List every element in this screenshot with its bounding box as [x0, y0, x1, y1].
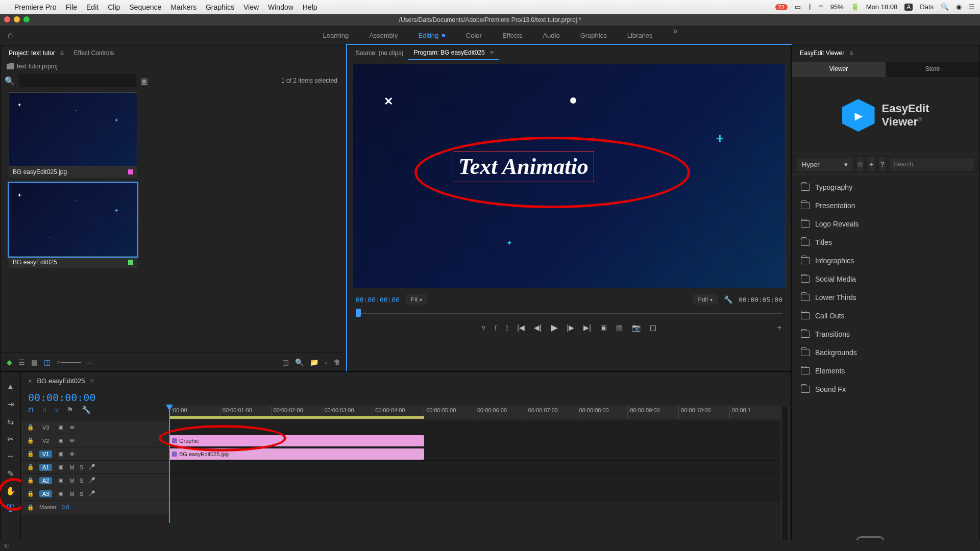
input-source-icon[interactable]: A [904, 4, 913, 11]
zoom-fit-dropdown[interactable]: Fit [406, 294, 427, 305]
marker-button[interactable]: ▿ [482, 323, 485, 332]
wrench-icon[interactable]: 🔧 [82, 406, 90, 414]
step-fwd-button[interactable]: |▶ [567, 323, 575, 332]
step-back-button[interactable]: ◀| [534, 323, 542, 332]
add-button[interactable]: + [868, 157, 874, 171]
button-editor[interactable]: + [777, 323, 781, 332]
track-header-v3[interactable]: 🔒V3▣👁 [21, 421, 169, 434]
extract-button[interactable]: ▤ [616, 323, 623, 332]
home-button[interactable]: ⌂ [0, 25, 20, 45]
menu-clip[interactable]: Clip [108, 3, 120, 11]
track-a3-lane[interactable] [169, 487, 780, 500]
category-transitions[interactable]: Transitions [792, 325, 979, 343]
category-titles[interactable]: Titles [792, 233, 979, 252]
maximize-window-button[interactable] [23, 16, 30, 22]
razor-tool[interactable]: ✂ [5, 433, 16, 444]
snap-icon[interactable]: ⊓ [28, 406, 34, 414]
category-social-media[interactable]: Social Media [792, 270, 979, 288]
type-tool[interactable]: T [5, 503, 16, 514]
workspace-graphics[interactable]: Graphics [570, 27, 617, 44]
workspace-editing[interactable]: Editing [408, 27, 455, 44]
pen-tool[interactable]: ✎ [5, 468, 16, 479]
program-tab[interactable]: Program: BG easyEdit025 [408, 46, 498, 60]
track-header-a3[interactable]: 🔒A3▣MS🎤 [21, 487, 169, 500]
export-frame-button[interactable]: 📷 [632, 323, 641, 332]
workspace-effects[interactable]: Effects [492, 27, 533, 44]
menu-window[interactable]: Window [268, 3, 293, 11]
zoom-slider[interactable]: ○──── [57, 358, 81, 366]
source-tab[interactable]: Source: (no clips) [351, 46, 408, 60]
master-track[interactable]: 🔒Master0.0 [21, 500, 169, 514]
track-v2-lane[interactable]: Graphic [169, 434, 780, 447]
category-logo-reveals[interactable]: Logo Reveals [792, 215, 979, 233]
category-backgrounds[interactable]: Backgrounds [792, 343, 979, 362]
comparison-button[interactable]: ◫ [650, 323, 656, 332]
easyedit-search-input[interactable] [890, 158, 974, 170]
lift-button[interactable]: ▣ [600, 323, 607, 332]
menu-file[interactable]: File [65, 3, 77, 11]
goto-in-button[interactable]: |◀ [517, 323, 525, 332]
new-bin-icon[interactable]: ▣ [140, 76, 148, 86]
rw-toggle-icon[interactable]: ◆ [7, 358, 12, 366]
track-a2-lane[interactable] [169, 474, 780, 487]
workspace-libraries[interactable]: Libraries [617, 27, 663, 44]
category-typography[interactable]: Typography [792, 178, 979, 196]
ripple-tool[interactable]: ⇆ [5, 416, 16, 427]
category-sound-fx[interactable]: Sound Fx [792, 380, 979, 398]
bin-item[interactable]: ✦·✦· BG easyEdit025.jpg [9, 92, 137, 178]
pack-dropdown[interactable]: Hyper▾ [797, 158, 853, 171]
track-select-tool[interactable]: ⇥ [5, 398, 16, 410]
project-tab[interactable]: Project: text tutor [4, 46, 69, 60]
easyedit-viewer-tab[interactable]: Viewer [792, 62, 886, 77]
track-v1-lane[interactable]: BG easyEdit025.jpg [169, 447, 780, 461]
work-area-bar[interactable] [169, 416, 424, 419]
slip-tool[interactable]: ↔ [5, 450, 16, 462]
easyedit-store-tab[interactable]: Store [886, 62, 979, 77]
menu-help[interactable]: Help [303, 3, 317, 11]
battery-icon[interactable]: 🔋 [851, 3, 859, 11]
menu-markers[interactable]: Markers [170, 3, 197, 11]
close-window-button[interactable] [4, 16, 10, 22]
control-center-icon[interactable]: ☰ [969, 3, 975, 11]
program-monitor[interactable]: ✕ + ✦ Text Animatio [353, 64, 786, 288]
sort-icon[interactable]: ═ [87, 358, 92, 366]
workspace-color[interactable]: Color [456, 27, 492, 44]
category-infographics[interactable]: Infographics [792, 252, 979, 270]
track-header-v2[interactable]: 🔒V2▣👁 [21, 434, 169, 447]
project-search-input[interactable] [19, 74, 136, 87]
menu-edit[interactable]: Edit [86, 3, 99, 11]
timeline-timecode[interactable]: 00:00:00:00 [21, 389, 791, 404]
track-header-a2[interactable]: 🔒A2▣MS🎤 [21, 474, 169, 487]
category-call-outs[interactable]: Call Outs [792, 307, 979, 325]
freeform-view-icon[interactable]: ◫ [44, 358, 51, 366]
linked-sel-icon[interactable]: ∩ [42, 406, 47, 414]
easyedit-tab[interactable]: EasyEdit Viewer [795, 46, 858, 60]
effect-controls-tab[interactable]: Effect Controls [69, 46, 119, 60]
icon-view-icon[interactable]: ▦ [31, 358, 38, 366]
display-icon[interactable]: ▭ [795, 3, 801, 11]
track-v3-lane[interactable] [169, 421, 780, 434]
list-view-icon[interactable]: ☰ [18, 358, 25, 366]
clip-bg[interactable]: BG easyEdit025.jpg [169, 448, 424, 460]
clip-graphic[interactable]: Graphic [169, 435, 424, 446]
workspace-overflow-button[interactable]: » [663, 27, 688, 44]
track-header-a1[interactable]: 🔒A1▣MS🎤 [21, 461, 169, 474]
menu-graphics[interactable]: Graphics [206, 3, 234, 11]
favorite-button[interactable]: ☆ [857, 157, 864, 171]
track-a1-lane[interactable] [169, 461, 780, 474]
bin-item[interactable]: ✦·✦· BG easyEdit025 [9, 183, 137, 268]
category-lower-thirds[interactable]: Lower Thirds [792, 288, 979, 307]
notification-badge[interactable]: 72 [775, 4, 788, 10]
resolution-dropdown[interactable]: Full [693, 294, 718, 305]
sequence-tab[interactable]: BG easyEdit025 [37, 377, 85, 385]
program-timecode-left[interactable]: 00:00:00:00 [356, 296, 400, 304]
workspace-learning[interactable]: Learning [313, 27, 359, 44]
marker-add-icon[interactable]: ▿ [55, 406, 59, 414]
minimize-window-button[interactable] [14, 16, 20, 22]
workspace-assembly[interactable]: Assembly [359, 27, 408, 44]
track-header-v1[interactable]: 🔒V1▣👁 [21, 447, 169, 461]
bluetooth-icon[interactable]: ᛒ [808, 3, 812, 11]
play-button[interactable]: ▶ [551, 322, 558, 333]
spotlight-icon[interactable]: 🔍 [941, 3, 949, 11]
category-elements[interactable]: Elements [792, 362, 979, 380]
